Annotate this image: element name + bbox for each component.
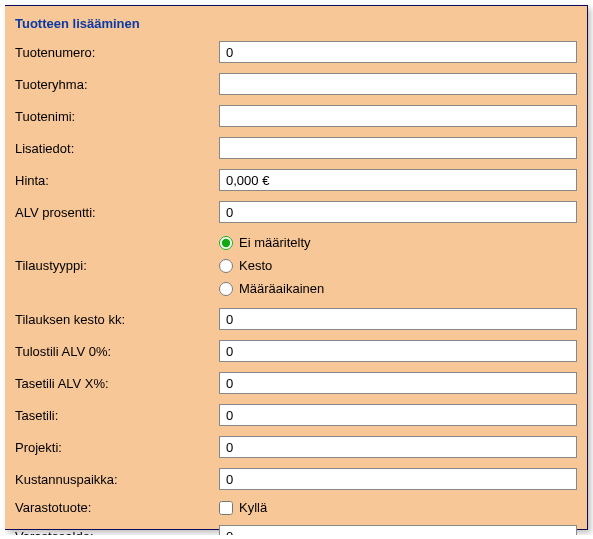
lisatiedot-label: Lisatiedot: [15,141,215,156]
tilaustyyppi-label: Tilaustyyppi: [15,258,215,273]
hinta-input[interactable] [219,169,577,191]
kustannuspaikka-input[interactable] [219,468,577,490]
tilaustyyppi-radio-label: Kesto [239,258,272,273]
add-product-panel: Tuotteen lisääminen Tuotenumero: Tuotery… [5,5,588,530]
tilaustyyppi-option-maaraaikainen[interactable]: Määräaikainen [219,281,577,296]
varastotuote-field: Kyllä [219,500,577,515]
varastotuote-checkbox[interactable] [219,501,233,515]
varastosaldo-label: Varastosaldo: [15,529,215,536]
varastotuote-label: Varastotuote: [15,500,215,515]
tulostili-alv0-label: Tulostili ALV 0%: [15,344,215,359]
tasetili-input[interactable] [219,404,577,426]
varastosaldo-input[interactable] [219,525,577,535]
projekti-input[interactable] [219,436,577,458]
tuotenimi-label: Tuotenimi: [15,109,215,124]
varastotuote-checkbox-label: Kyllä [239,500,267,515]
tilaustyyppi-radio-kesto[interactable] [219,259,233,273]
tuoteryhma-input[interactable] [219,73,577,95]
tasetili-alvx-input[interactable] [219,372,577,394]
tuoteryhma-label: Tuoteryhma: [15,77,215,92]
tilaustyyppi-radio-group: Ei määritelty Kesto Määräaikainen [219,233,577,298]
hinta-label: Hinta: [15,173,215,188]
tasetili-label: Tasetili: [15,408,215,423]
tilauksen-kesto-input[interactable] [219,308,577,330]
tuotenimi-input[interactable] [219,105,577,127]
tilaustyyppi-option-ei-maaritelty[interactable]: Ei määritelty [219,235,577,250]
form-grid: Tuotenumero: Tuoteryhma: Tuotenimi: Lisa… [15,41,577,535]
tilauksen-kesto-label: Tilauksen kesto kk: [15,312,215,327]
tilaustyyppi-radio-label: Määräaikainen [239,281,324,296]
tulostili-alv0-input[interactable] [219,340,577,362]
tilaustyyppi-option-kesto[interactable]: Kesto [219,258,577,273]
tasetili-alvx-label: Tasetili ALV X%: [15,376,215,391]
tuotenumero-input[interactable] [219,41,577,63]
lisatiedot-input[interactable] [219,137,577,159]
tilaustyyppi-radio-ei-maaritelty[interactable] [219,236,233,250]
alv-prosentti-input[interactable] [219,201,577,223]
tilaustyyppi-radio-maaraaikainen[interactable] [219,282,233,296]
projekti-label: Projekti: [15,440,215,455]
tilaustyyppi-radio-label: Ei määritelty [239,235,311,250]
panel-title: Tuotteen lisääminen [15,16,577,31]
alv-prosentti-label: ALV prosentti: [15,205,215,220]
kustannuspaikka-label: Kustannuspaikka: [15,472,215,487]
tuotenumero-label: Tuotenumero: [15,45,215,60]
